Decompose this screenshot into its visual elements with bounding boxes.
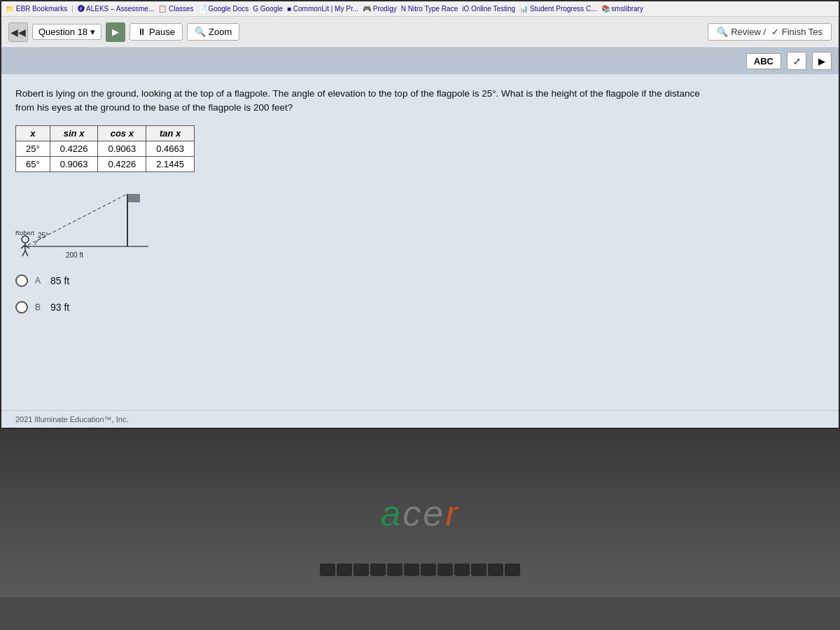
option-value-a: 85 ft: [50, 275, 69, 286]
zoom-button[interactable]: 🔍 Zoom: [187, 23, 239, 41]
svg-text:200 ft: 200 ft: [66, 251, 83, 259]
main-content: Robert is lying on the ground, looking a…: [1, 74, 839, 410]
row2-x: 65°: [16, 156, 50, 172]
zoom-icon: 🔍: [195, 27, 206, 37]
back-button[interactable]: ◀◀: [8, 22, 28, 42]
answer-option-b[interactable]: B 93 ft: [15, 301, 825, 314]
svg-point-4: [22, 236, 29, 243]
zoom-label: Zoom: [209, 27, 232, 37]
row2-tanx: 2.1445: [146, 156, 195, 172]
pause-button[interactable]: ⏸ Pause: [130, 23, 183, 41]
diagram-area: 25° Robert 200 ft: [15, 183, 169, 263]
screen-wrapper: 📁 EBR Bookmarks | 🅐 ALEKS – Assessme... …: [0, 0, 840, 429]
pause-icon: ⏸: [137, 27, 146, 37]
bookmark-student-progress[interactable]: 📊 Student Progress C...: [519, 5, 596, 13]
abc-button[interactable]: ABC: [746, 53, 781, 69]
pause-label: Pause: [149, 27, 175, 37]
copyright-year: 2021: [15, 415, 32, 424]
col-header-sinx: sin x: [50, 125, 98, 141]
bookmark-google[interactable]: G Google: [253, 5, 283, 13]
row2-cosx: 0.4226: [98, 156, 146, 172]
abc-label: ABC: [754, 56, 774, 66]
table-row: 65° 0.9063 0.4226 2.1445: [16, 156, 195, 172]
svg-line-9: [25, 251, 28, 256]
finish-label: ✓ Finish Tes: [771, 27, 822, 37]
option-label-a: A: [35, 276, 41, 286]
bookmark-ebr[interactable]: 📁 EBR Bookmarks: [6, 5, 67, 13]
radio-b[interactable]: [15, 301, 28, 314]
footer: 2021 Illuminate Education™, Inc.: [1, 410, 839, 428]
expand-button[interactable]: ⤢: [787, 52, 806, 70]
radio-a[interactable]: [15, 274, 28, 287]
bookmark-commonlit[interactable]: ■ CommonLit | My Pr...: [287, 5, 358, 13]
review-icon: 🔍: [717, 27, 728, 37]
svg-rect-2: [127, 194, 140, 202]
answer-options: A 85 ft B 93 ft: [15, 274, 825, 314]
next-arrow-icon: ▶: [818, 56, 825, 66]
bookmark-classes[interactable]: 📋 Classes: [158, 5, 193, 13]
bookmark-prodigy[interactable]: 🎮 Prodigy: [363, 5, 397, 13]
row1-tanx: 0.4663: [146, 141, 195, 156]
flagpole-diagram: 25° Robert 200 ft: [15, 183, 155, 260]
option-label-b: B: [35, 302, 41, 312]
col-header-tanx: tan x: [146, 125, 195, 141]
trig-table: x sin x cos x tan x 25° 0.4226 0.9063 0.…: [15, 125, 195, 172]
review-label: Review /: [731, 27, 766, 37]
laptop-bezel: acer: [0, 429, 840, 597]
question-label: Question 18: [38, 27, 88, 37]
row1-sinx: 0.4226: [50, 141, 98, 156]
table-row: 25° 0.4226 0.9063 0.4663: [16, 141, 195, 156]
row2-sinx: 0.9063: [50, 156, 98, 172]
svg-text:Robert: Robert: [15, 230, 35, 237]
main-toolbar: ◀◀ Question 18 ▾ ▶ ⏸ Pause 🔍 Zoom 🔍 Revi…: [1, 17, 839, 48]
bookmark-nitro[interactable]: N Nitro Type Race: [401, 5, 458, 13]
svg-line-8: [22, 251, 25, 256]
option-value-b: 93 ft: [50, 302, 69, 313]
dropdown-chevron-icon: ▾: [90, 27, 95, 37]
toolbar-right: 🔍 Review / ✓ Finish Tes: [708, 23, 832, 41]
expand-icon: ⤢: [793, 56, 801, 66]
review-finish-button[interactable]: 🔍 Review / ✓ Finish Tes: [708, 23, 832, 41]
keyboard: [320, 564, 520, 576]
row1-cosx: 0.9063: [98, 141, 146, 156]
nav-play-button[interactable]: ▶: [106, 22, 125, 42]
row1-x: 25°: [16, 141, 50, 156]
answer-option-a[interactable]: A 85 ft: [15, 274, 825, 287]
question-selector[interactable]: Question 18 ▾: [32, 24, 102, 40]
browser-bar: 📁 EBR Bookmarks | 🅐 ALEKS – Assessme... …: [1, 1, 839, 17]
svg-text:25°: 25°: [38, 232, 48, 239]
bookmark-aleks[interactable]: 🅐 ALEKS – Assessme...: [78, 5, 155, 13]
bookmark-online-testing[interactable]: iO Online Testing: [462, 5, 515, 13]
bookmark-smslibrary[interactable]: 📚 smslibrary: [601, 5, 643, 13]
acer-logo: acer: [380, 492, 459, 534]
company-name: Illuminate Education™, Inc.: [35, 415, 129, 424]
bookmark-gdocs[interactable]: 📄 Google Docs: [198, 5, 249, 13]
col-header-cosx: cos x: [98, 125, 146, 141]
question-text: Robert is lying on the ground, looking a…: [15, 87, 701, 115]
next-arrow-button[interactable]: ▶: [812, 52, 832, 70]
toolbar-left: ◀◀ Question 18 ▾ ▶ ⏸ Pause 🔍 Zoom: [8, 22, 702, 42]
content-toolbar: ABC ⤢ ▶: [1, 48, 839, 74]
col-header-x: x: [16, 125, 50, 141]
